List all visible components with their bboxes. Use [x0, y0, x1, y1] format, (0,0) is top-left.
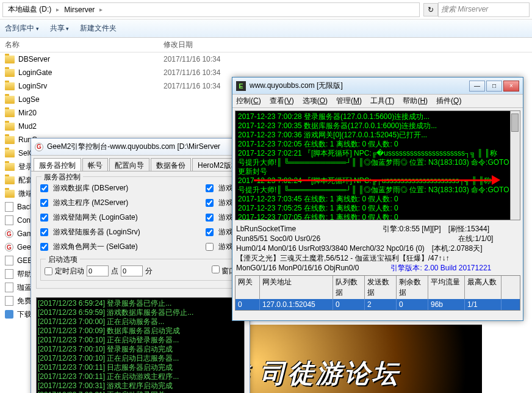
- tab-account[interactable]: 帐号: [82, 158, 108, 171]
- new-folder-button[interactable]: 新建文件夹: [80, 23, 117, 34]
- folder-icon: [5, 136, 15, 144]
- refresh-button[interactable]: ↻: [423, 3, 438, 16]
- quyou-title: www.quyoubbs.com [无限版]: [250, 81, 466, 91]
- service-right-checkbox[interactable]: [206, 214, 214, 222]
- quyou-titlebar[interactable]: E www.quyoubbs.com [无限版] — □ ×: [232, 78, 523, 95]
- menu-M[interactable]: 管理(M): [336, 96, 362, 106]
- menu-C[interactable]: 控制(C): [236, 96, 261, 106]
- launch-title: 启动选项: [46, 254, 80, 265]
- grid-row[interactable]: 0127.0.0.1:5204502096b1/1: [235, 299, 520, 310]
- file-name: LogSe: [18, 95, 40, 104]
- tab-backup[interactable]: 数据备份: [151, 158, 191, 171]
- service-checkbox[interactable]: [40, 214, 48, 222]
- red-arrow-annotation: [254, 179, 498, 181]
- service-checkbox[interactable]: [40, 184, 48, 192]
- service-label: 游戏登陆网关 (LoginGate): [53, 212, 203, 223]
- txt-icon: [5, 296, 13, 306]
- breadcrumb[interactable]: 本地磁盘 (D:) ▸ Mirserver ▸: [2, 2, 420, 17]
- file-date: 2017/11/16 10:34: [164, 55, 249, 63]
- explorer-address-bar: 本地磁盘 (D:) ▸ Mirserver ▸ ↻ 搜索 Mirserver: [0, 0, 532, 20]
- share-button[interactable]: 共享: [50, 23, 70, 34]
- service-label: 游戏角色网关一 (SelGate): [53, 242, 203, 252]
- file-name: LoginGate: [18, 68, 52, 77]
- column-headers[interactable]: 名称 修改日期: [0, 38, 532, 52]
- search-input[interactable]: 搜索 Mirserver: [438, 2, 530, 17]
- geem2-console-window: G GeeM2引擎控制台-www.quyoubbs.com [D:\MirSer…: [31, 138, 250, 393]
- maximize-button[interactable]: □: [486, 81, 502, 92]
- crumb-sep: ▸: [54, 6, 62, 13]
- geem2-title: GeeM2引擎控制台-www.quyoubbs.com [D:\MirServe…: [47, 142, 246, 152]
- engine-stats: LbRunSocketTime引擎:0:8:55 [M][P][刷怪:15344…: [232, 223, 523, 274]
- close-button[interactable]: ×: [503, 81, 519, 92]
- crumb-sep: ▸: [97, 6, 105, 13]
- geem2-log-terminal[interactable]: [2017/12/23 6:59:24] 登录服务器已停止...[2017/12…: [36, 297, 245, 393]
- folder-icon: [5, 56, 15, 63]
- file-name: LoginSrv: [18, 82, 47, 90]
- service-label: 游戏登陆服务器 (LoginSrv): [53, 227, 203, 237]
- txt-icon: [5, 269, 13, 279]
- service-checkbox[interactable]: [40, 228, 48, 236]
- col-date[interactable]: 修改日期: [164, 40, 249, 50]
- scrollbar[interactable]: [510, 111, 520, 220]
- group-title: 服务器控制: [41, 172, 83, 182]
- geem2-app-icon: G: [35, 143, 43, 151]
- g-icon: G: [5, 229, 13, 238]
- service-right-checkbox[interactable]: [206, 228, 214, 236]
- menu-H[interactable]: 帮助(H): [403, 96, 428, 106]
- explorer-toolbar: 含到库中 共享 新建文件夹: [0, 20, 532, 38]
- hour-spinner[interactable]: 0: [87, 265, 109, 276]
- folder-icon: [5, 82, 15, 90]
- scroll-thumb[interactable]: [511, 114, 519, 132]
- quyou-menubar: 控制(C)查看(V)选项(O)管理(M)工具(T)帮助(H)插件(Q): [232, 95, 523, 108]
- txt-icon: [5, 283, 13, 292]
- folder-icon: [5, 109, 15, 117]
- service-label: 游戏主程序 (M2Server): [53, 198, 203, 208]
- file-name: Mud2: [18, 122, 37, 131]
- quyou-log-terminal[interactable]: 2017-12-23 7:00:28 登录服务器(127.0.0.1:5600)…: [235, 110, 520, 220]
- gateway-grid: 网关网关地址队列数据发送数据剩余数据平均流量最高人数 0127.0.0.1:52…: [235, 275, 520, 311]
- minute-spinner[interactable]: 0: [121, 265, 143, 276]
- txt-icon: [5, 202, 13, 212]
- geem2-titlebar[interactable]: G GeeM2引擎控制台-www.quyoubbs.com [D:\MirSer…: [31, 139, 250, 156]
- folder-icon: [5, 96, 15, 104]
- menu-T[interactable]: 工具(T): [370, 96, 394, 106]
- service-right-checkbox[interactable]: [206, 243, 214, 251]
- file-name: Mir20: [18, 109, 37, 117]
- geem2-tabs: 服务器控制 帐号 配置向导 数据备份 HeroM2版本: [31, 156, 250, 171]
- service-right-checkbox[interactable]: [206, 199, 214, 207]
- tab-server-control[interactable]: 服务器控制: [34, 158, 81, 171]
- timed-launch-checkbox[interactable]: [45, 267, 52, 275]
- file-row[interactable]: DBServer2017/11/16 10:34: [0, 52, 532, 66]
- file-date: 2017/11/16 10:34: [164, 68, 249, 77]
- tab-config-wizard[interactable]: 配置向导: [109, 158, 149, 171]
- folder-icon: [5, 190, 15, 198]
- service-right-checkbox[interactable]: [206, 184, 214, 192]
- timed-launch-label: 定时启动: [55, 266, 84, 276]
- g-icon: G: [5, 243, 13, 251]
- menu-O[interactable]: 选项(O): [303, 96, 328, 106]
- server-control-group: 服务器控制 游戏数据库 (DBServer)游戏网游戏主程序 (M2Server…: [36, 176, 245, 289]
- service-checkbox[interactable]: [40, 199, 48, 207]
- include-lib-button[interactable]: 含到库中: [5, 23, 39, 34]
- minimize-button[interactable]: —: [469, 81, 485, 92]
- window-checkbox[interactable]: [212, 265, 220, 273]
- menu-Q[interactable]: 插件(Q): [436, 96, 461, 106]
- crumb-0[interactable]: 本地磁盘 (D:): [5, 4, 54, 15]
- txt-icon: [5, 215, 13, 225]
- grid-header[interactable]: 网关网关地址队列数据发送数据剩余数据平均流量最高人数: [235, 276, 520, 299]
- service-label: 游戏数据库 (DBServer): [53, 183, 203, 193]
- folder-icon: [5, 176, 15, 184]
- menu-V[interactable]: 查看(V): [270, 96, 294, 106]
- quyou-engine-window: E www.quyoubbs.com [无限版] — □ × 控制(C)查看(V…: [232, 77, 523, 321]
- engine-app-icon: E: [236, 81, 246, 91]
- col-name[interactable]: 名称: [5, 40, 164, 50]
- dl-icon: [5, 310, 13, 319]
- file-name: DBServer: [18, 55, 50, 63]
- txt-icon: [5, 256, 13, 265]
- folder-icon: [5, 150, 15, 157]
- folder-icon: [5, 123, 15, 131]
- folder-icon: [5, 69, 15, 77]
- folder-icon: [5, 163, 15, 171]
- service-checkbox[interactable]: [40, 243, 48, 251]
- crumb-1[interactable]: Mirserver: [62, 5, 97, 14]
